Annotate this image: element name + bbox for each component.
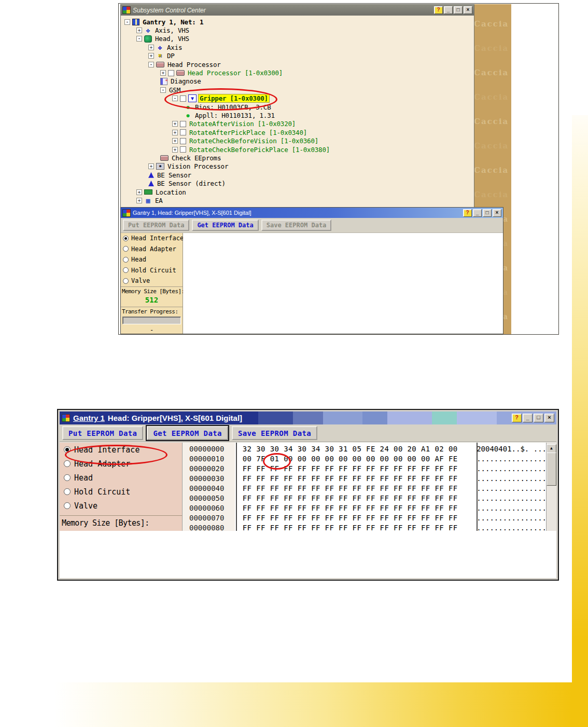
tree-item[interactable]: - GSM (121, 86, 473, 94)
tree-item[interactable]: + Location (121, 188, 473, 196)
hex-bytes: 32 30 30 34 30 34 30 31 05 FE 24 00 20 A… (234, 444, 470, 454)
minimize-button[interactable]: _ (444, 6, 453, 14)
expander-icon[interactable]: + (172, 121, 178, 127)
eeprom-data-area-empty (183, 233, 503, 334)
minimize-button[interactable]: _ (523, 414, 533, 422)
tree-indent (124, 124, 172, 124)
dp-icon (156, 52, 164, 59)
hex-row: 00000050 FF FF FF FF FF FF FF FF FF FF F… (183, 493, 547, 503)
wallpaper-watermark-text: Caccia (474, 166, 511, 175)
title-gantry-link[interactable]: Gantry 1 (73, 414, 105, 422)
tree-item[interactable]: - Head, VHS (121, 35, 473, 43)
expander-icon[interactable]: + (172, 138, 178, 144)
expander-icon[interactable]: - (172, 95, 178, 101)
expander-icon[interactable]: - (160, 87, 166, 93)
memory-size-value: 512 (122, 295, 181, 305)
toolbar-button[interactable]: Get EEPROM Data (192, 220, 258, 231)
expander-icon[interactable]: + (136, 189, 142, 195)
tree-item[interactable]: Check EEproms (121, 154, 473, 162)
radio-option[interactable]: Valve (60, 499, 182, 513)
cam-icon (156, 163, 164, 170)
tree-item[interactable]: + RotateCheckBeforeVision [1-0x0360] (121, 136, 473, 145)
dot-icon (184, 104, 192, 111)
maximize-button[interactable]: □ (483, 209, 492, 217)
tree-indent (124, 115, 184, 116)
window-titlebar[interactable]: Gantry 1 Head: Gripper[VHS], X-S[601 Dig… (60, 411, 556, 424)
toolbar-button[interactable]: Get EEPROM Data (147, 426, 228, 440)
radio-option[interactable]: Head Adapter (60, 457, 182, 471)
expander-icon[interactable]: + (136, 28, 142, 33)
window-title: Head: Gripper[VHS], X-S[601 Digital] (108, 414, 242, 422)
window-titlebar[interactable]: Subsystem Control Center ?_□× (121, 5, 474, 16)
checkbox[interactable] (180, 121, 186, 127)
toolbar-button[interactable]: Save EEPROM Data (232, 426, 317, 440)
tree-item[interactable]: Diagnose (121, 77, 473, 86)
minimize-button[interactable]: _ (473, 209, 482, 217)
expander-icon[interactable]: - (136, 36, 142, 42)
tree-item[interactable]: + RotateAfterVision [1-0x0320] (121, 120, 473, 128)
radio-option[interactable]: Head Interface (60, 443, 182, 457)
expander-icon[interactable]: + (160, 70, 166, 76)
tree-item[interactable]: + Head Processor [1-0x0300] (121, 68, 473, 77)
help-button[interactable]: ? (434, 6, 443, 14)
close-button[interactable]: × (493, 209, 501, 217)
expander-icon[interactable]: + (148, 53, 154, 59)
expander-icon[interactable]: + (148, 163, 154, 169)
tree-item[interactable]: - Gripper [1-0x0300] (121, 94, 473, 103)
tree-item[interactable]: + Vision Processor (121, 162, 473, 171)
tree-item[interactable]: Appll: H0110131, 1.31 (121, 111, 473, 119)
expander-icon[interactable]: - (124, 19, 130, 25)
hex-bytes: FF FF FF FF FF FF FF FF FF FF FF FF FF F… (234, 523, 470, 531)
radio-option[interactable]: Head (121, 254, 183, 265)
tree-item[interactable]: + DP (121, 52, 473, 60)
maximize-button[interactable]: □ (454, 6, 463, 14)
progress-bar (122, 317, 181, 324)
help-button[interactable]: ? (463, 209, 472, 217)
tree-item[interactable]: - Gantry 1, Net: 1 (121, 18, 473, 26)
window-titlebar[interactable]: Gantry 1, Head: Gripper[VHS], X-S[601 Di… (121, 208, 503, 218)
checkbox[interactable] (180, 95, 186, 102)
tree-item[interactable]: + Axis (121, 43, 473, 51)
maximize-button[interactable]: □ (534, 414, 543, 422)
expander-icon[interactable]: + (172, 130, 178, 135)
checkbox[interactable] (168, 70, 174, 76)
tree-item[interactable]: Bios: H01003CB, 3.CB (121, 103, 473, 111)
tree-item[interactable]: BE Sensor (direct) (121, 179, 473, 187)
page-right-gradient (572, 115, 588, 727)
radio-option[interactable]: Hold Circuit (60, 485, 182, 499)
radio-label: Hold Circuit (131, 267, 176, 274)
scrollbar[interactable]: ▲ (546, 443, 556, 531)
toolbar-button[interactable]: Put EEPROM Data (123, 220, 189, 231)
tree-item[interactable]: + RotateAfterPickPlace [1-0x0340] (121, 128, 473, 136)
close-button[interactable]: × (544, 414, 554, 422)
tree-item-label: Check EEproms (171, 154, 222, 162)
expander-icon[interactable]: + (148, 45, 154, 50)
close-button[interactable]: × (464, 6, 472, 14)
radio-option[interactable]: Head (60, 471, 182, 485)
tree-item[interactable]: + EA (121, 196, 473, 204)
scrollbar-thumb[interactable] (547, 452, 556, 486)
tree-item[interactable]: BE Sensor (121, 171, 473, 179)
eeprom-left-panel: Head Interface Head Adapter Head Hold Ci… (121, 233, 183, 334)
checkbox[interactable] (180, 129, 186, 135)
checkbox[interactable] (180, 138, 186, 144)
radio-option[interactable]: Hold Circuit (121, 265, 183, 276)
checkbox[interactable] (180, 146, 186, 153)
wallpaper-watermark-text: Caccia (474, 141, 511, 150)
tree-item[interactable]: - Head Processor (121, 60, 473, 68)
toolbar-button[interactable]: Save EEPROM Data (261, 220, 332, 231)
help-button[interactable]: ? (512, 414, 522, 422)
radio-option[interactable]: Valve (121, 276, 183, 286)
radio-label: Valve (74, 501, 97, 511)
toolbar-button[interactable]: Put EEPROM Data (62, 426, 143, 440)
radio-option[interactable]: Head Interface (121, 233, 183, 244)
tree-item[interactable]: + RotateCheckBeforePickPlace [1-0x0380] (121, 145, 473, 154)
radio-option[interactable]: Head Adapter (121, 244, 183, 255)
tree-item[interactable]: + Axis, VHS (121, 26, 473, 34)
hex-bytes: 00 7F 01 00 00 00 00 00 00 00 00 00 00 0… (234, 454, 470, 464)
expander-icon[interactable]: + (172, 147, 178, 153)
expander-icon[interactable]: + (136, 198, 142, 203)
expander-icon[interactable]: - (148, 62, 154, 67)
scroll-up-arrow-icon[interactable]: ▲ (547, 444, 556, 453)
grid-icon (144, 197, 152, 204)
